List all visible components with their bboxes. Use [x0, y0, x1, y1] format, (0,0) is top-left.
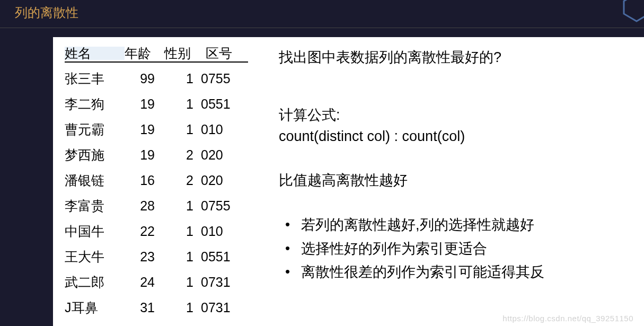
list-item: 离散性很差的列作为索引可能适得其反 — [279, 260, 544, 284]
cell-area: 0755 — [199, 72, 248, 85]
cell-sex: 1 — [164, 72, 199, 85]
content-panel: 姓名 年龄 性别 区号 张三丰 99 1 0755 李二狗 19 1 0551 … — [53, 37, 644, 326]
cell-name: 曹元霸 — [65, 123, 125, 136]
table-row: 潘银链 16 2 020 — [65, 168, 248, 193]
list-item: 选择性好的列作为索引更适合 — [279, 237, 544, 261]
cell-name: 李富贵 — [65, 199, 125, 213]
cell-age: 31 — [125, 301, 164, 314]
cell-area: 020 — [199, 148, 248, 162]
cell-name: 梦西施 — [65, 148, 125, 162]
table-header-row: 姓名 年龄 性别 区号 — [65, 47, 248, 63]
cell-sex: 1 — [164, 225, 199, 238]
cell-name: 中国牛 — [65, 225, 125, 238]
cell-name: 武二郎 — [65, 276, 125, 289]
cell-age: 99 — [125, 72, 164, 85]
cell-age: 24 — [125, 276, 164, 289]
table-row: 曹元霸 19 1 010 — [65, 117, 248, 142]
table-row: 梦西施 19 2 020 — [65, 142, 248, 168]
cell-age: 28 — [125, 199, 164, 213]
cell-sex: 2 — [164, 174, 199, 187]
cell-area: 0731 — [199, 301, 248, 314]
table-row: 张三丰 99 1 0755 — [65, 66, 248, 91]
table-row: J耳鼻 31 1 0731 — [65, 295, 248, 320]
cell-area: 020 — [199, 174, 248, 187]
col-header-area: 区号 — [206, 47, 248, 60]
cell-area: 0755 — [199, 199, 248, 213]
cell-age: 19 — [125, 148, 164, 162]
cell-name: 李二狗 — [65, 98, 125, 111]
bullet-list: 若列的离散性越好,列的选择性就越好 选择性好的列作为索引更适合 离散性很差的列作… — [279, 213, 544, 284]
table-row: 李二狗 19 1 0551 — [65, 91, 248, 117]
cell-age: 23 — [125, 250, 164, 263]
formula-label: 计算公式: — [279, 104, 544, 126]
formula-text: count(distinct col) : count(col) — [279, 126, 544, 147]
slide-header: 列的离散性 — [0, 0, 644, 28]
cell-sex: 1 — [164, 250, 199, 263]
cell-sex: 1 — [164, 123, 199, 136]
cell-sex: 1 — [164, 98, 199, 111]
watermark-text: https://blog.csdn.net/qq_39251150 — [502, 314, 633, 323]
cell-name: J耳鼻 — [65, 301, 125, 314]
cell-age: 19 — [125, 98, 164, 111]
cell-area: 010 — [199, 123, 248, 136]
ratio-line: 比值越高离散性越好 — [279, 170, 544, 191]
col-header-name: 姓名 — [65, 47, 125, 60]
table-row: 王大牛 23 1 0551 — [65, 244, 248, 269]
cell-name: 王大牛 — [65, 250, 125, 263]
cell-age: 16 — [125, 174, 164, 187]
cell-sex: 1 — [164, 301, 199, 314]
table-row: 李富贵 28 1 0755 — [65, 193, 248, 218]
col-header-sex: 性别 — [164, 47, 206, 60]
list-item: 若列的离散性越好,列的选择性就越好 — [279, 213, 544, 237]
cell-name: 张三丰 — [65, 72, 125, 85]
cell-area: 010 — [199, 225, 248, 238]
table-row: 中国牛 22 1 010 — [65, 218, 248, 244]
table-row: 武二郎 24 1 0731 — [65, 269, 248, 295]
cell-name: 潘银链 — [65, 174, 125, 187]
cell-age: 22 — [125, 225, 164, 238]
corner-logo-icon — [617, 0, 644, 27]
cell-area: 0731 — [199, 276, 248, 289]
svg-marker-0 — [624, 0, 644, 21]
cell-area: 0551 — [199, 98, 248, 111]
data-table: 姓名 年龄 性别 区号 张三丰 99 1 0755 李二狗 19 1 0551 … — [65, 47, 248, 320]
col-header-age: 年龄 — [125, 47, 164, 60]
slide-title: 列的离散性 — [15, 4, 629, 21]
cell-age: 19 — [125, 123, 164, 136]
cell-sex: 1 — [164, 199, 199, 213]
cell-area: 0551 — [199, 250, 248, 263]
cell-sex: 2 — [164, 148, 199, 162]
cell-sex: 1 — [164, 276, 199, 289]
explanation-panel: 找出图中表数据列的离散性最好的? 计算公式: count(distinct co… — [279, 47, 544, 320]
question-text: 找出图中表数据列的离散性最好的? — [279, 47, 544, 68]
